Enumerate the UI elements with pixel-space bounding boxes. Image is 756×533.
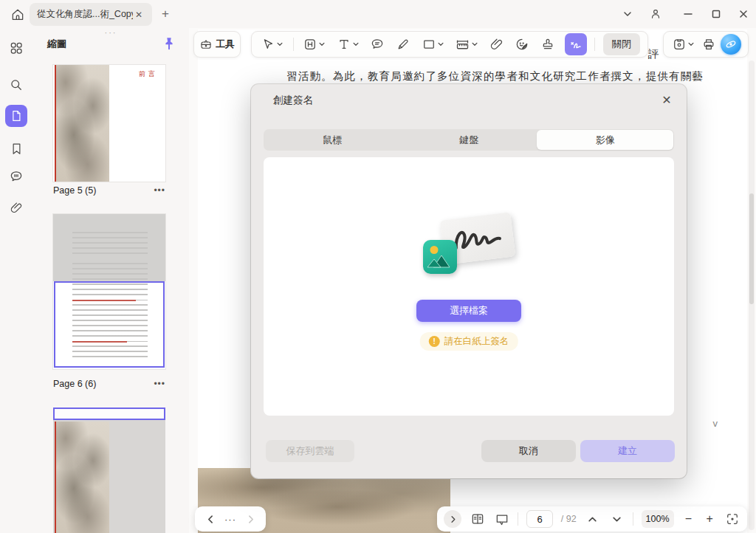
thumbnail-dim-overlay (53, 214, 165, 281)
choose-file-button[interactable]: 選擇檔案 (416, 300, 521, 322)
attach-tool-button[interactable] (488, 34, 506, 55)
close-annotation-button[interactable]: 關閉 (603, 33, 640, 55)
sticker-tool-button[interactable] (513, 34, 531, 55)
forward-button-disabled[interactable] (242, 511, 258, 527)
comment-bubble-icon (370, 37, 385, 52)
tab-image-active[interactable]: 影像 (537, 130, 673, 150)
shape-tool-button[interactable] (420, 34, 446, 55)
thumbnail-label-row: Page 6 (6) ••• (53, 378, 165, 390)
bookmarks-button[interactable] (5, 137, 27, 159)
book-view-icon (470, 512, 485, 526)
next-page-button[interactable] (608, 511, 625, 527)
tab-keyboard[interactable]: 鍵盤 (401, 130, 537, 150)
pin-icon[interactable] (161, 35, 177, 52)
presentation-button[interactable] (494, 511, 510, 527)
more-icon[interactable]: ··· (224, 514, 236, 525)
page-number-input[interactable] (526, 510, 553, 528)
chevron-down-icon[interactable] (687, 41, 695, 48)
image-thumbnail-graphic (423, 240, 457, 274)
heading-tool-button[interactable] (301, 34, 327, 55)
more-icon[interactable]: ••• (154, 188, 165, 193)
chevron-down-icon[interactable] (352, 41, 360, 48)
bookmark-icon (10, 142, 24, 156)
chevron-down-icon[interactable] (276, 41, 284, 48)
current-view-rectangle[interactable] (53, 408, 165, 420)
dialog-close-button[interactable]: ✕ (657, 90, 676, 109)
signature-tool-button-active[interactable] (565, 33, 587, 55)
thumbnail-red-rule (55, 422, 56, 533)
home-icon (10, 7, 25, 22)
create-button[interactable]: 建立 (580, 440, 675, 462)
save-button[interactable] (670, 34, 696, 55)
chevron-down-icon[interactable] (318, 41, 326, 48)
signature-image-panel: 選擇檔案 ! 請在白紙上簽名 (264, 157, 674, 416)
toolbar-divider (293, 38, 294, 51)
select-tool-button[interactable] (259, 34, 285, 55)
page-layout-button[interactable] (470, 511, 486, 527)
document-partial-text: 評 (648, 47, 659, 61)
save-to-cloud-button[interactable]: 保存到雲端 (266, 440, 354, 462)
text-tool-button[interactable] (335, 34, 361, 55)
account-button[interactable] (647, 5, 664, 23)
page-icon (10, 109, 23, 123)
comment-tool-button[interactable] (368, 34, 386, 55)
chevron-down-icon[interactable]: v (713, 418, 718, 429)
zoom-out-button[interactable]: − (681, 512, 695, 526)
home-button[interactable] (9, 6, 27, 24)
thumbnail-painting (55, 422, 109, 533)
search-icon (9, 78, 24, 92)
window-close-button[interactable] (735, 5, 752, 23)
annotation-toolbar: 關閉 (251, 31, 648, 58)
minimize-button[interactable] (679, 5, 697, 23)
thumbnail-page-5[interactable]: 前言 (53, 65, 165, 182)
scrollbar-thumb[interactable] (749, 193, 754, 304)
back-button[interactable] (202, 511, 219, 527)
current-view-rectangle[interactable] (54, 281, 165, 368)
zoom-in-button[interactable]: + (703, 512, 716, 526)
heading-icon (303, 37, 317, 52)
panels-grid-button[interactable] (5, 37, 27, 59)
dialog-title: 創建簽名 (273, 94, 313, 107)
tab-close-icon[interactable]: ✕ (133, 9, 145, 21)
titlebar-chevron-button[interactable] (619, 5, 636, 23)
collapse-chevron-button[interactable] (444, 510, 461, 528)
attachments-button[interactable] (5, 196, 27, 219)
fullscreen-icon (725, 512, 740, 526)
sticker-icon (515, 37, 529, 52)
page-total-label: / 92 (561, 514, 577, 524)
ai-assistant-button[interactable] (721, 34, 741, 55)
signature-icon (568, 36, 584, 52)
text-icon (337, 37, 351, 52)
fit-screen-button[interactable] (724, 511, 740, 527)
new-tab-button[interactable]: + (158, 7, 173, 21)
thumbnail-painting (55, 65, 109, 182)
thumbnails-panel-button[interactable] (5, 105, 27, 127)
chevron-down-icon[interactable] (437, 41, 444, 48)
zoom-level-value[interactable]: 100% (642, 510, 674, 528)
thumbnail-label-row: Page 5 (5) ••• (53, 185, 165, 196)
maximize-button[interactable] (707, 5, 725, 23)
print-button[interactable] (700, 34, 718, 55)
app-window: 習活動。為此，教育局邀約了多位資深的學者和文化研究工作者撰文，提供有關藝 評 v… (0, 0, 756, 533)
chevron-down-icon[interactable] (471, 41, 478, 48)
thumbnail-page-6[interactable] (53, 214, 165, 369)
thumbnail-red-rule (55, 65, 56, 182)
pen-tool-button[interactable] (394, 34, 412, 55)
more-icon[interactable]: ••• (154, 382, 165, 386)
search-button[interactable] (5, 74, 27, 96)
paperclip-icon (489, 37, 504, 52)
pill-divider (518, 512, 518, 526)
paperclip-icon (10, 201, 24, 215)
tab-mouse[interactable]: 鼠標 (264, 130, 401, 150)
thumbnail-page-7[interactable] (53, 408, 165, 533)
vertical-scrollbar[interactable] (749, 61, 755, 530)
document-tab[interactable]: 從文化角度認...術_Copy ✕ (30, 3, 152, 26)
grid-icon (9, 41, 24, 55)
file-actions-toolbar (663, 31, 749, 58)
comments-button[interactable] (5, 165, 27, 188)
stamp-tool-button[interactable] (539, 34, 557, 55)
tools-button[interactable]: 工具 (193, 31, 241, 58)
previous-page-button[interactable] (584, 511, 600, 527)
measure-tool-button[interactable] (453, 34, 480, 55)
cancel-button[interactable]: 取消 (481, 440, 576, 462)
